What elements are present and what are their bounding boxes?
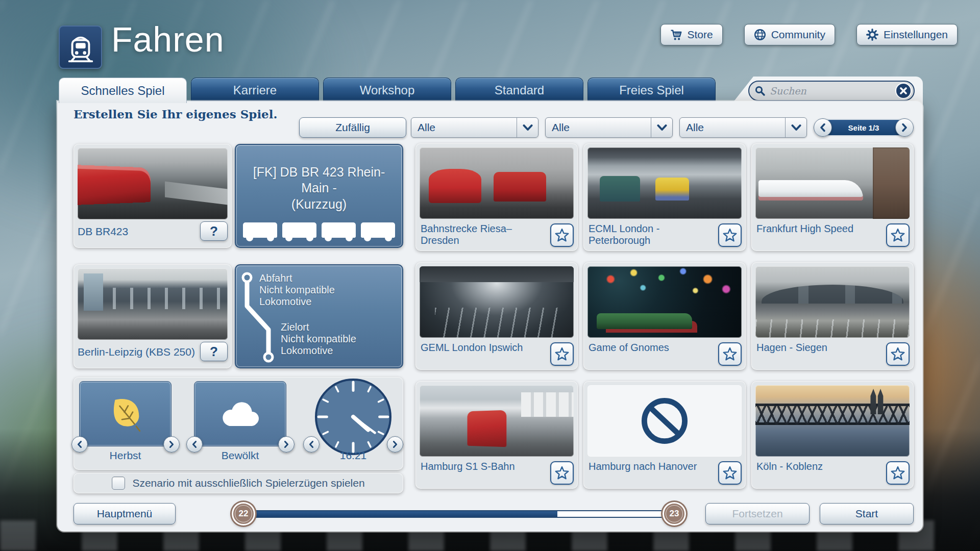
page-prev-button[interactable] <box>814 118 832 137</box>
chevron-down-icon <box>517 118 538 137</box>
loco-card[interactable]: DB BR423 ? <box>74 144 232 248</box>
star-icon <box>554 465 570 481</box>
header-buttons: Store Community Einstellungen <box>660 24 958 45</box>
filter-dropdown-3-value: Alle <box>680 118 785 137</box>
scenario-image <box>755 147 910 219</box>
slider-track[interactable] <box>243 510 674 518</box>
consist-card[interactable]: [FK] DB BR 423 Rhein-Main - (Kurzzug) <box>235 144 403 248</box>
consist-title: [FK] DB BR 423 Rhein-Main - (Kurzzug) <box>241 164 397 212</box>
favorite-button[interactable] <box>886 342 910 366</box>
settings-button-label: Einstellungen <box>884 29 948 41</box>
time-clock <box>314 378 392 456</box>
scenario-tile[interactable]: Frankfurt High Speed <box>751 143 914 251</box>
store-button[interactable]: Store <box>660 24 723 45</box>
favorite-button[interactable] <box>718 461 742 485</box>
season-next-button[interactable] <box>163 436 180 453</box>
favorite-button[interactable] <box>718 223 742 247</box>
tab-workshop[interactable]: Workshop <box>323 78 451 102</box>
start-button[interactable]: Start <box>820 503 914 524</box>
scenario-tile[interactable]: Hamburg nach Hanover <box>583 381 746 489</box>
season-tile <box>79 381 172 446</box>
community-button[interactable]: Community <box>744 24 835 45</box>
scenario-image <box>755 266 910 338</box>
departure-status-line2: Lokomotive <box>259 296 335 308</box>
favorite-button[interactable] <box>718 342 742 366</box>
favorite-button[interactable] <box>886 461 910 485</box>
consist-title-line2: (Kurzzug) <box>241 196 397 212</box>
cart-icon <box>670 29 682 41</box>
chevron-down-icon <box>785 118 806 137</box>
favorite-button[interactable] <box>550 223 574 247</box>
scenario-tile[interactable]: ECML London - Peterborough <box>583 143 746 251</box>
favorite-button[interactable] <box>886 223 910 247</box>
player-only-checkbox[interactable] <box>112 477 125 490</box>
tab-karriere[interactable]: Karriere <box>191 78 319 102</box>
star-icon <box>554 346 570 362</box>
weather-label: Bewölkt <box>194 449 286 462</box>
scenario-tile[interactable]: Hamburg S1 S-Bahn <box>415 381 578 489</box>
page-next-button[interactable] <box>895 118 914 137</box>
time-prev-button[interactable] <box>303 436 320 453</box>
train-sim-drive-menu: Fahren Store Community <box>0 0 980 551</box>
tab-standard[interactable]: Standard <box>455 78 583 102</box>
wagon-icon <box>243 222 277 238</box>
scenario-tile[interactable]: Hagen - Siegen <box>751 262 914 370</box>
scenario-name: Hagen - Siegen <box>756 342 881 354</box>
environment-card: Herbst Bewölkt <box>74 377 403 470</box>
loco-help-button[interactable]: ? <box>200 221 228 241</box>
search-box <box>748 81 915 101</box>
loco-image <box>78 148 228 219</box>
scenario-name: Game of Gnomes <box>589 342 713 354</box>
route-help-button[interactable]: ? <box>200 342 228 361</box>
slider-handle-right[interactable]: 23 <box>663 502 686 525</box>
weather-prev-button[interactable] <box>186 436 203 453</box>
tab-freies-spiel[interactable]: Freies Spiel <box>587 78 716 102</box>
scenario-tile[interactable]: Köln - Koblenz <box>751 381 914 489</box>
favorite-button[interactable] <box>550 461 574 485</box>
search-icon <box>754 85 766 96</box>
scenario-name: Hamburg nach Hanover <box>589 461 713 472</box>
star-icon <box>890 228 905 243</box>
route-card[interactable]: Berlin-Leipzig (KBS 250) ? <box>74 264 232 368</box>
departure-info: Abfahrt Nicht kompatible Lokomotive <box>259 272 335 308</box>
chevron-right-icon <box>392 440 398 448</box>
filter-dropdown-3[interactable]: Alle <box>679 117 807 138</box>
search-clear-button[interactable] <box>895 83 912 99</box>
scenario-tile[interactable]: GEML London Ipswich <box>415 262 578 370</box>
departure-status-line1: Nicht kompatible <box>259 284 335 296</box>
destination-status-line1: Nicht kompatible <box>281 333 356 345</box>
pager: Seite 1/3 <box>814 117 914 138</box>
clock-icon <box>314 378 392 456</box>
season-label: Herbst <box>79 449 172 462</box>
slider-handle-left[interactable]: 22 <box>232 502 255 525</box>
time-next-button[interactable] <box>387 436 403 453</box>
scenario-tile[interactable]: Bahnstrecke Riesa–Dresden <box>415 143 578 251</box>
star-icon <box>722 346 738 362</box>
weather-next-button[interactable] <box>278 436 295 453</box>
scenario-name: Köln - Koblenz <box>756 461 881 472</box>
route-detail-card[interactable]: Abfahrt Nicht kompatible Lokomotive Ziel… <box>235 264 403 368</box>
wagon-icon <box>361 222 395 238</box>
tab-schnelles-spiel[interactable]: Schnelles Spiel <box>59 78 187 103</box>
consist-wagons <box>243 222 395 238</box>
departure-label: Abfahrt <box>259 272 335 284</box>
scenario-grid: Bahnstrecke Riesa–Dresden ECML London - … <box>415 143 914 489</box>
season-prev-button[interactable] <box>71 436 88 453</box>
favorite-button[interactable] <box>550 342 574 366</box>
continue-button[interactable]: Fortsetzen <box>705 503 810 524</box>
globe-icon <box>754 29 766 41</box>
random-button[interactable]: Zufällig <box>299 117 406 138</box>
scenario-image <box>420 385 574 457</box>
settings-button[interactable]: Einstellungen <box>856 24 958 45</box>
player-only-row: Szenario mit ausschließlich Spielerzügen… <box>74 473 403 493</box>
scenario-image <box>587 266 742 338</box>
filter-dropdown-1-value: Alle <box>411 118 517 137</box>
page-title: Fahren <box>111 19 224 59</box>
filter-dropdown-2[interactable]: Alle <box>545 117 673 138</box>
filter-dropdown-1[interactable]: Alle <box>411 117 538 138</box>
search-input[interactable] <box>766 85 895 96</box>
chevron-right-icon <box>901 123 908 132</box>
scenario-tile[interactable]: Game of Gnomes <box>583 262 746 370</box>
train-icon <box>65 32 96 63</box>
main-menu-button[interactable]: Hauptmenü <box>74 503 176 524</box>
